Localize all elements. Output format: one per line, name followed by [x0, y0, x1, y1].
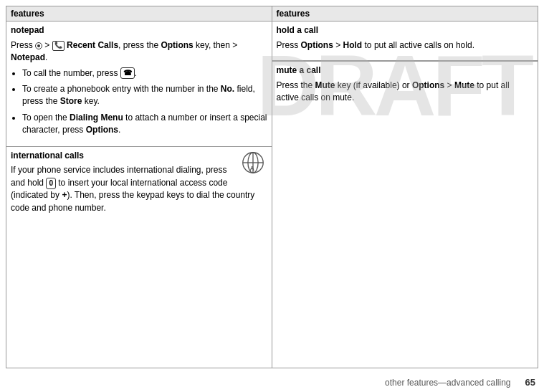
call-key-icon: ☎ [120, 67, 135, 79]
mute-call-text: Press the Mute key (if available) or Opt… [277, 80, 534, 105]
notepad-body: notepad Press > 📞 Recent Calls, press th… [6, 21, 272, 146]
international-calls-body: A international calls If your phone serv… [6, 147, 272, 223]
notepad-bullet-3: To open the Dialing Menu to attach a num… [22, 112, 267, 136]
notepad-intro: Press > 📞 Recent Calls, press the Option… [11, 39, 267, 64]
mute-call-body: mute a call Press the Mute key (if avail… [272, 62, 538, 113]
hold-call-title: hold a call [277, 24, 534, 37]
options-key-label: Options [161, 40, 193, 50]
mute-call-title: mute a call [277, 64, 534, 77]
left-header-label: features [11, 9, 44, 19]
page-container: DRAFT features notepad Press > 📞 Recent … [0, 0, 544, 392]
intl-icon: A [242, 151, 264, 174]
notepad-bullet-2: To create a phonebook entry with the num… [22, 83, 267, 107]
hold-call-text: Press Options > Hold to put all active c… [277, 39, 534, 52]
international-calls-section: A international calls If your phone serv… [6, 147, 272, 223]
right-header-label: features [277, 9, 310, 19]
right-features-header: features [272, 6, 538, 21]
footer: other features—advanced calling 65 [0, 374, 544, 392]
svg-text:A: A [249, 164, 254, 171]
footer-text: other features—advanced calling [385, 378, 510, 388]
recent-calls-icon: 📞 [52, 41, 65, 51]
notepad-section: notepad Press > 📞 Recent Calls, press th… [6, 21, 272, 147]
footer-page-number: 65 [525, 377, 535, 388]
recent-calls-label: Recent Calls [67, 40, 118, 50]
right-column: features hold a call Press Options > Hol… [272, 6, 538, 368]
hold-call-section: hold a call Press Options > Hold to put … [272, 21, 538, 62]
notepad-bullet-1: To call the number, press ☎. [22, 67, 267, 80]
left-features-header: features [6, 6, 272, 21]
notepad-title: notepad [11, 24, 267, 37]
zero-key: 0 [46, 178, 56, 189]
left-column: features notepad Press > 📞 Recent Calls,… [6, 6, 272, 368]
hold-call-body: hold a call Press Options > Hold to put … [272, 21, 538, 61]
content-area: DRAFT features notepad Press > 📞 Recent … [6, 6, 538, 368]
intl-calls-title: international calls [11, 150, 267, 162]
notepad-bullets: To call the number, press ☎. To create a… [22, 67, 267, 136]
notepad-key-label: Notepad [11, 52, 45, 62]
mute-call-section: mute a call Press the Mute key (if avail… [272, 62, 538, 113]
intl-calls-body: If your phone service includes internati… [11, 164, 267, 214]
nav-center-icon [35, 42, 42, 49]
